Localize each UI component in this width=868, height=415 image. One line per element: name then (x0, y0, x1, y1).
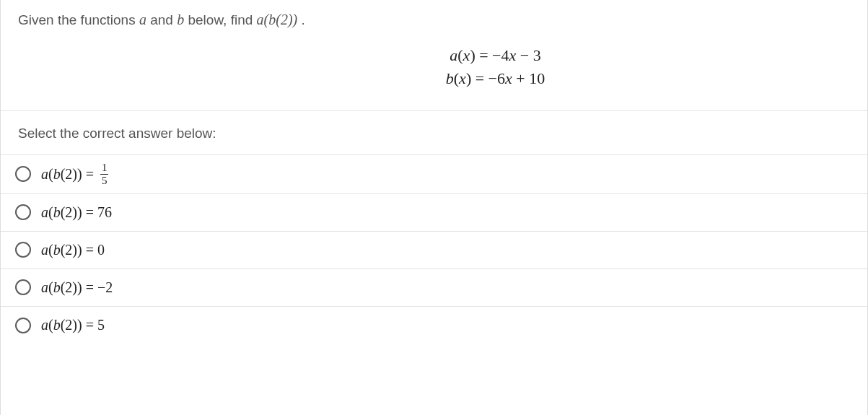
option-1[interactable]: a(b(2)) = 1 5 (1, 155, 867, 194)
question-mid2: below, find (188, 12, 256, 27)
question-expr: a(b(2)) (257, 12, 298, 27)
var-a: a (139, 12, 146, 27)
fraction: 1 5 (100, 162, 109, 186)
question-block: Given the functions a and b below, find … (1, 0, 867, 111)
radio-icon[interactable] (15, 318, 31, 333)
question-text: Given the functions a and b below, find … (18, 12, 850, 28)
select-prompt: Select the correct answer below: (1, 111, 867, 155)
option-3[interactable]: a(b(2)) = 0 (1, 232, 867, 269)
radio-icon[interactable] (15, 166, 31, 182)
options-list: a(b(2)) = 1 5 a(b(2)) = 76 a(b(2)) = 0 a… (1, 155, 867, 344)
fraction-num: 1 (100, 162, 109, 175)
option-3-text: a(b(2)) = 0 (41, 242, 105, 258)
question-prefix: Given the functions (18, 12, 139, 27)
fraction-den: 5 (100, 175, 109, 186)
option-5[interactable]: a(b(2)) = 5 (1, 307, 867, 344)
radio-icon[interactable] (15, 279, 31, 295)
option-2-text: a(b(2)) = 76 (41, 204, 112, 221)
equations: a(x) = −4x − 3 b(x) = −6x + 10 (18, 44, 850, 90)
equation-a: a(x) = −4x − 3 (141, 44, 850, 67)
option-5-text: a(b(2)) = 5 (41, 317, 105, 333)
option-2[interactable]: a(b(2)) = 76 (1, 194, 867, 232)
question-mid1: and (150, 12, 177, 27)
option-4-text: a(b(2)) = −2 (41, 279, 113, 296)
radio-icon[interactable] (15, 242, 31, 258)
equation-b: b(x) = −6x + 10 (141, 67, 850, 90)
question-container: Given the functions a and b below, find … (0, 0, 868, 415)
option-4[interactable]: a(b(2)) = −2 (1, 269, 867, 307)
radio-icon[interactable] (15, 204, 31, 220)
var-b: b (177, 12, 184, 27)
question-suffix: . (301, 12, 304, 27)
option-1-text: a(b(2)) = 1 5 (41, 162, 108, 186)
